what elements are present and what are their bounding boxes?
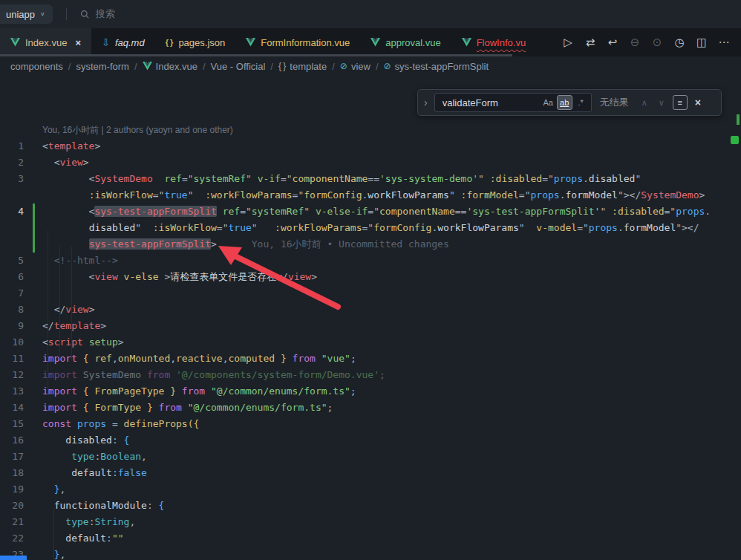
breadcrumb-item-index-vue[interactable]: Index.vue [143,61,198,72]
split-editor-button[interactable]: ◫ [692,33,711,52]
line-number[interactable]: 21 [0,514,30,530]
find-in-selection-button[interactable]: ≡ [673,95,688,110]
tab-faq-md[interactable]: ⇩faq.md [91,28,155,56]
line-number[interactable]: 2 [0,154,30,171]
line-number[interactable] [0,187,30,204]
line-number[interactable]: 15 [0,416,30,432]
line-number[interactable]: 3 [0,171,30,187]
breadcrumb-item-vue-official[interactable]: Vue - Official [211,61,266,72]
find-input[interactable] [441,97,540,109]
code-line[interactable]: import { ref,onMounted,reactive,computed… [30,351,356,367]
more-actions-button[interactable]: ⋯ [714,33,734,52]
code-line[interactable]: import { FromPageType } from "@/common/e… [30,383,356,400]
whole-word-button[interactable]: ab [557,95,572,110]
line-number[interactable]: 16 [0,432,30,449]
global-search[interactable]: 搜索 [80,7,115,21]
line-number[interactable]: 6 [0,269,30,285]
line-number[interactable]: 11 [0,351,30,367]
line-number[interactable]: 18 [0,465,30,481]
code-editor[interactable]: You, 16小时前 | 2 authors (yaoyn and one ot… [0,76,741,560]
code-line[interactable]: <sys-test-appFormSplit ref="systemRef" v… [30,204,711,220]
line-number[interactable]: 5 [0,253,30,269]
code-line[interactable]: disabled" :isWorkFlow="true" :workFlowPa… [30,220,699,236]
line-number[interactable]: 17 [0,449,30,465]
code-line[interactable]: type:String, [30,514,135,530]
code-line[interactable]: }, [30,481,65,498]
previous-match-button[interactable]: ∧ [639,98,650,108]
run-button[interactable]: ▷ [558,33,578,52]
breadcrumb-separator: / [376,61,379,72]
code-line[interactable]: disabled: { [30,432,129,449]
breadcrumb-separator: / [270,61,273,72]
code-line[interactable]: type:Boolean, [30,449,147,465]
tab-label: Index.vue [25,37,67,48]
code-line[interactable]: default:false [30,465,147,481]
line-number[interactable]: 19 [0,481,30,498]
project-switcher[interactable]: uniapp ∨ [0,4,53,24]
timeline-button[interactable]: ◷ [670,33,689,52]
toggle-replace-button[interactable]: › [422,97,429,108]
line-number[interactable] [0,220,30,236]
code-line[interactable]: functionalModule: { [30,498,164,514]
breadcrumb-separator: / [203,61,206,72]
breadcrumb-item-sys-test-appformsplit[interactable]: ⊘sys-test-appFormSplit [384,61,489,72]
code-line[interactable]: const props = defineProps({ [30,416,199,432]
code-line[interactable]: sys-test-appFormSplit> You, 16小时前 • Unco… [30,236,449,253]
breadcrumb-item-components[interactable]: components [10,61,63,72]
code-line[interactable]: <!--html--> [30,253,118,269]
code-line[interactable] [30,285,42,302]
overview-ruler-added-mark [731,136,739,144]
vue-icon [246,38,255,47]
previous-change-button[interactable]: ⊖ [625,33,644,52]
divider [66,8,67,20]
tab-pages-json[interactable]: { }pages.json [155,28,236,56]
vue-icon [143,62,152,71]
code-line[interactable]: import SystemDemo from '@/components/sys… [30,367,385,383]
line-number[interactable]: 10 [0,334,30,351]
tab-forminformation-vue[interactable]: FormInformation.vue [235,28,360,56]
line-number[interactable] [0,236,30,253]
next-match-button[interactable]: ∨ [656,98,667,108]
line-number[interactable]: 13 [0,383,30,400]
line-number[interactable]: 1 [0,138,30,154]
code-line[interactable]: import { FormType } from "@/common/enums… [30,400,333,416]
close-find-button[interactable]: × [693,97,703,108]
find-results-count: 无结果 [600,96,629,109]
match-case-button[interactable]: Aa [541,95,556,110]
line-number[interactable]: 9 [0,318,30,334]
close-icon[interactable]: × [75,37,81,48]
breadcrumb-item-view[interactable]: ⊘view [340,61,370,72]
open-changes-button[interactable]: ↩ [603,33,622,52]
overview-ruler-change-mark [737,114,740,125]
line-number[interactable]: 20 [0,498,30,514]
code-area: You, 16小时前 | 2 authors (yaoyn and one ot… [0,76,741,560]
code-line[interactable]: <view v-else >请检查表单文件是否存在</view> [30,269,317,285]
compare-changes-button[interactable]: ⇄ [581,33,600,52]
code-line[interactable]: <script setup> [30,334,124,351]
gutter [0,122,30,138]
tab-approval-vue[interactable]: approval.vue [360,28,451,56]
line-number[interactable]: 22 [0,530,30,547]
tab-index-vue[interactable]: Index.vue× [0,28,91,56]
code-line[interactable]: </view> [30,302,94,318]
tab-flowinfo-vu[interactable]: FlowInfo.vu [451,28,536,56]
code-line[interactable]: <template> [30,138,100,154]
code-line[interactable]: <SystemDemo ref="systemRef" v-if="compon… [30,171,641,187]
regex-button[interactable]: .* [573,95,589,110]
line-number[interactable]: 14 [0,400,30,416]
line-number[interactable]: 12 [0,367,30,383]
blame-annotation: You, 16小时前 | 2 authors (yaoyn and one ot… [30,122,233,138]
line-number[interactable]: 7 [0,285,30,302]
code-line[interactable]: :isWorkFlow="true" :workFlowParams="form… [30,187,705,204]
code-line[interactable]: </template> [30,318,106,334]
breadcrumb-item-system-form[interactable]: system-form [76,61,129,72]
next-change-button[interactable]: ⊙ [647,33,667,52]
symbol-icon: ⊘ [384,61,391,71]
line-number[interactable]: 8 [0,302,30,318]
breadcrumb-item-template[interactable]: { }template [278,61,327,72]
code-line[interactable]: }, [30,547,65,560]
line-number[interactable]: 4 [0,204,30,220]
code-line[interactable]: default:"" [30,530,124,547]
code-line[interactable]: <view> [30,154,89,171]
tab-bar: Index.vue×⇩faq.md{ }pages.jsonFormInform… [0,28,741,56]
